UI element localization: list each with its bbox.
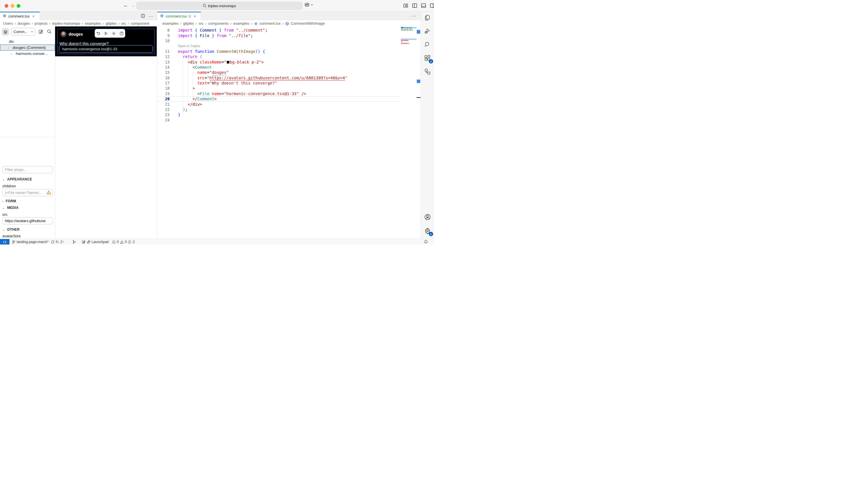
notifications-bell-icon[interactable] xyxy=(424,240,428,244)
breadcrumb-separator: › xyxy=(180,21,181,26)
toggle-panel-icon[interactable] xyxy=(421,3,427,9)
breadcrumb-item[interactable]: examples xyxy=(162,21,179,26)
split-editor-icon[interactable] xyxy=(141,13,145,19)
search-icon[interactable] xyxy=(47,29,52,35)
copilot-menu[interactable] xyxy=(304,2,313,7)
line-number: 9 xyxy=(157,33,169,38)
zoom-window-button[interactable] xyxy=(17,4,20,8)
code-token: Open in Triplex xyxy=(178,44,200,48)
breadcrumb-item[interactable]: examples xyxy=(234,21,249,26)
code-line[interactable]: 17 text="Why doesn't this converge?" xyxy=(157,81,401,86)
codelens-row[interactable]: Open in Triplex xyxy=(157,44,401,49)
section-media[interactable]: ⌄MEDIA xyxy=(2,206,19,210)
breadcrumb-item[interactable]: components xyxy=(208,21,229,26)
search-icon[interactable] xyxy=(424,41,431,49)
minimap-chip xyxy=(412,30,413,31)
code-line[interactable]: 13 <div className="bg-black p-2"> xyxy=(157,59,401,64)
breadcrumb-item[interactable]: examples xyxy=(85,21,101,26)
react-icon xyxy=(3,14,7,19)
code-line[interactable]: 11export function CommentWithImage() { xyxy=(157,49,401,54)
filter-props-input[interactable] xyxy=(2,166,53,173)
close-window-button[interactable] xyxy=(5,4,8,8)
code-editor[interactable]: 8import { Comment } from "../comment";9i… xyxy=(157,26,421,239)
close-tab-icon[interactable]: × xyxy=(32,14,35,19)
breadcrumb-item[interactable]: gitplex xyxy=(105,21,117,26)
chevron-right-icon[interactable]: › xyxy=(8,46,9,50)
toggle-secondary-sidebar-icon[interactable] xyxy=(429,3,434,9)
code-line[interactable]: 16 src="https://avatars.githubuserconten… xyxy=(157,75,401,81)
breadcrumb-file[interactable]: comment.tsx xyxy=(259,21,281,26)
overview-ruler[interactable] xyxy=(416,26,421,239)
code-line[interactable]: 8import { Comment } from "../comment"; xyxy=(157,28,401,33)
code-line[interactable]: 14 <Comment xyxy=(157,65,401,70)
settings-gear-icon[interactable] xyxy=(110,29,118,38)
breadcrumb-item[interactable]: src xyxy=(198,21,204,26)
edit-component-icon[interactable] xyxy=(38,29,43,35)
back-button[interactable]: ← xyxy=(123,3,128,8)
more-actions-icon[interactable]: ⋯ xyxy=(149,14,153,19)
tree-item-div[interactable]: div xyxy=(0,38,55,45)
code-line[interactable]: 15 name="douges" xyxy=(157,70,401,75)
code-line[interactable]: 10 xyxy=(157,38,401,44)
code-line[interactable]: 19 <File name="harmonic-convergence.tsx@… xyxy=(157,91,401,96)
settings-gear-icon[interactable]: 1 xyxy=(424,227,431,235)
section-other[interactable]: ⌄OTHER xyxy=(2,228,20,232)
breadcrumb-item[interactable]: Users xyxy=(3,21,13,26)
section-form[interactable]: ›FORM xyxy=(2,199,16,203)
breadcrumb-item[interactable]: projects xyxy=(34,21,48,26)
toggle-primary-sidebar-icon[interactable] xyxy=(412,3,417,9)
breadcrumb-item[interactable]: gitplex xyxy=(183,21,194,26)
code-line[interactable]: 23} xyxy=(157,112,401,117)
reset-icon[interactable] xyxy=(95,29,102,38)
component-select[interactable]: Comm... xyxy=(11,28,36,36)
section-appearance[interactable]: ⌄APPEARANCE xyxy=(2,177,32,181)
customize-layout-icon[interactable] xyxy=(403,3,409,9)
code-token: < xyxy=(197,91,199,96)
minimap[interactable] xyxy=(401,26,416,239)
tab-comment-tsx-editor[interactable]: comment.tsx U × xyxy=(157,12,201,20)
code-line[interactable]: 12 return ( xyxy=(157,54,401,59)
run-debug-icon[interactable] xyxy=(424,28,431,35)
code-line[interactable]: 18 > xyxy=(157,86,401,91)
tree-item-harmonic-convergence[interactable]: › harmonic-conver... xyxy=(0,51,55,57)
branch-status-item[interactable]: landing-page-march* 0↓ 2↑ xyxy=(12,239,64,244)
breadcrumb-item[interactable]: triplex-monorepo xyxy=(52,21,81,26)
more-actions-icon[interactable]: ⋯ xyxy=(411,13,416,19)
close-tab-icon[interactable]: × xyxy=(194,14,196,19)
help-icon[interactable] xyxy=(118,29,125,38)
code-line[interactable]: 24 xyxy=(157,117,401,123)
account-icon[interactable] xyxy=(424,213,431,221)
problems-status-item[interactable]: 0 0 2 xyxy=(112,239,135,244)
git-graph-status-item[interactable] xyxy=(72,239,76,244)
play-icon[interactable] xyxy=(102,29,110,38)
layers-button[interactable] xyxy=(2,28,9,36)
code-line[interactable]: 21 </div> xyxy=(157,102,401,107)
code-line[interactable]: 22 ); xyxy=(157,107,401,112)
forward-button[interactable]: → xyxy=(131,3,135,8)
line-content: import { Comment } from "../comment"; xyxy=(169,28,268,32)
tab-comment-tsx-left[interactable]: comment.tsx × xyxy=(0,12,40,20)
breadcrumb-item[interactable]: douges xyxy=(18,21,30,26)
breadcrumb-item[interactable]: src xyxy=(121,21,126,26)
children-input[interactable] xyxy=(2,189,53,196)
hierarchy-icon[interactable] xyxy=(424,68,431,76)
code-token xyxy=(178,86,193,90)
command-center-search[interactable]: triplex-monorepo xyxy=(136,2,302,10)
file-chip[interactable]: harmonic-convergence.tsx@1-33 xyxy=(59,46,153,53)
src-input[interactable] xyxy=(2,217,53,224)
code-line[interactable]: 9import { File } from "../file"; xyxy=(157,33,401,38)
remote-indicator[interactable] xyxy=(0,239,9,244)
minimize-window-button[interactable] xyxy=(11,4,14,8)
breadcrumb-symbol[interactable]: CommentWithImage xyxy=(291,21,324,26)
chevron-right-icon[interactable]: › xyxy=(11,52,12,55)
ruler-marker xyxy=(417,80,420,83)
code-token: = xyxy=(207,70,209,75)
extensions-icon[interactable]: 2 xyxy=(424,55,431,62)
breadcrumb-item[interactable]: component xyxy=(131,21,149,26)
launchpad-status-item[interactable]: Launchpad xyxy=(82,239,108,244)
tree-item-douges-comment[interactable]: › douges (Comment) xyxy=(0,45,55,51)
explorer-icon[interactable] xyxy=(424,14,431,22)
code-token xyxy=(178,54,183,59)
code-line[interactable]: 20 </Comment> xyxy=(157,96,401,102)
line-content: return ( xyxy=(169,54,202,59)
